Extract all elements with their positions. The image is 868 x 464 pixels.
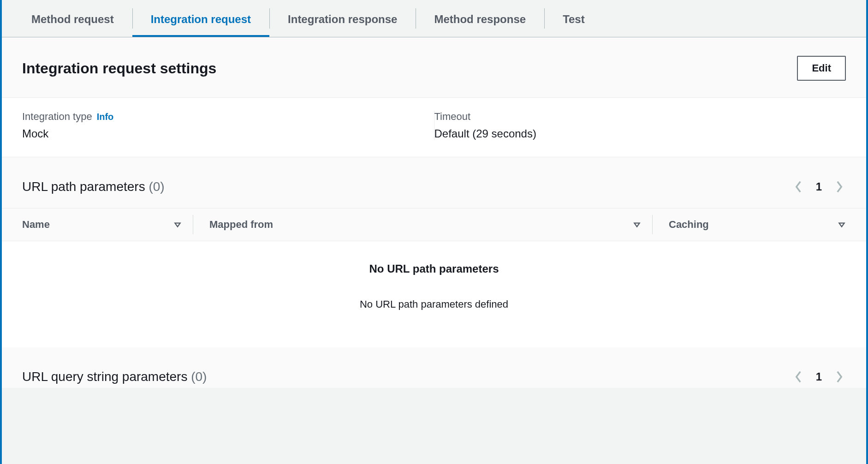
tab-label: Method request: [31, 13, 114, 25]
chevron-left-icon[interactable]: [792, 180, 805, 193]
svg-marker-1: [634, 223, 639, 227]
section-count: (0): [191, 369, 207, 384]
settings-header: Integration request settings Edit: [2, 37, 866, 98]
url-path-params-pager: 1: [792, 180, 846, 193]
timeout-value: Default (29 seconds): [434, 127, 828, 140]
integration-request-settings-panel: Integration request settings Edit Integr…: [2, 37, 866, 157]
svg-marker-2: [839, 223, 844, 227]
sort-icon: [173, 220, 182, 229]
chevron-left-icon[interactable]: [792, 370, 805, 383]
column-caching[interactable]: Caching: [652, 208, 846, 241]
section-count: (0): [149, 179, 164, 194]
svg-marker-0: [175, 223, 180, 227]
empty-subtitle: No URL path parameters defined: [22, 298, 846, 310]
timeout-field: Timeout Default (29 seconds): [434, 111, 846, 140]
column-label: Caching: [669, 219, 709, 231]
tab-label: Method response: [434, 13, 526, 25]
sort-icon: [838, 220, 846, 229]
chevron-right-icon[interactable]: [833, 370, 846, 383]
chevron-right-icon[interactable]: [833, 180, 846, 193]
settings-details: Integration type Info Mock Timeout Defau…: [2, 98, 866, 157]
tab-label: Integration request: [151, 13, 251, 25]
column-mapped-from[interactable]: Mapped from: [193, 208, 652, 241]
page-number: 1: [816, 370, 822, 383]
url-query-params-title: URL query string parameters (0): [22, 369, 207, 384]
integration-type-info-link[interactable]: Info: [97, 112, 114, 122]
edit-button[interactable]: Edit: [797, 56, 846, 81]
column-label: Mapped from: [209, 219, 273, 231]
tab-method-response[interactable]: Method response: [416, 0, 544, 37]
column-name[interactable]: Name: [22, 208, 193, 241]
section-title-text: URL query string parameters: [22, 369, 187, 384]
tab-integration-request[interactable]: Integration request: [132, 0, 269, 37]
tab-label: Integration response: [288, 13, 397, 25]
timeout-label: Timeout: [434, 111, 471, 123]
empty-title: No URL path parameters: [22, 262, 846, 275]
sort-icon: [633, 220, 641, 229]
column-label: Name: [22, 219, 50, 231]
url-path-params-table-header: Name Mapped from Caching: [2, 208, 866, 241]
url-path-params-title: URL path parameters (0): [22, 179, 165, 194]
page-frame: Method request Integration request Integ…: [0, 0, 868, 464]
integration-type-label: Integration type: [22, 111, 92, 123]
url-path-params-empty-state: No URL path parameters No URL path param…: [2, 241, 866, 347]
settings-title: Integration request settings: [22, 60, 216, 77]
tab-label: Test: [563, 13, 585, 25]
url-path-params-header: URL path parameters (0) 1: [2, 157, 866, 208]
url-query-params-header: URL query string parameters (0) 1: [2, 347, 866, 388]
tab-test[interactable]: Test: [544, 0, 603, 37]
method-tabs: Method request Integration request Integ…: [2, 0, 866, 37]
page-number: 1: [816, 180, 822, 193]
url-query-params-pager: 1: [792, 370, 846, 383]
section-title-text: URL path parameters: [22, 179, 145, 194]
tab-method-request[interactable]: Method request: [13, 0, 132, 37]
integration-type-value: Mock: [22, 127, 416, 140]
integration-type-field: Integration type Info Mock: [22, 111, 434, 140]
tab-integration-response[interactable]: Integration response: [269, 0, 416, 37]
